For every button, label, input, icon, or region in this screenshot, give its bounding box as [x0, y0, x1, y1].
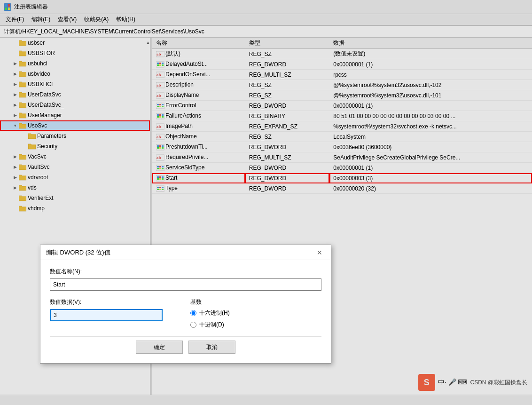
data-input[interactable] — [50, 309, 163, 321]
radio-hex-label[interactable]: 十六进制(H) — [190, 309, 321, 317]
radio-hex[interactable] — [190, 310, 196, 316]
radio-dec-label[interactable]: 十进制(D) — [190, 321, 321, 329]
dialog-body: 数值名称(N): 数值数据(V): 基数 十六进制(H) 十进制(D) — [40, 260, 331, 363]
radio-hex-text: 十六进制(H) — [199, 309, 230, 317]
name-input[interactable] — [50, 278, 321, 291]
dialog-titlebar: 编辑 DWORD (32 位)值 ✕ — [40, 245, 331, 260]
edit-dword-dialog: 编辑 DWORD (32 位)值 ✕ 数值名称(N): 数值数据(V): 基数 … — [40, 245, 331, 364]
dialog-row: 数值数据(V): 基数 十六进制(H) 十进制(D) — [50, 298, 321, 329]
radio-dec[interactable] — [190, 322, 196, 328]
radio-dec-text: 十进制(D) — [199, 321, 224, 329]
dialog-buttons: 确定 取消 — [50, 336, 321, 356]
data-label: 数值数据(V): — [50, 298, 181, 306]
dialog-title: 编辑 DWORD (32 位)值 — [46, 248, 314, 257]
value-group: 数值数据(V): — [50, 298, 181, 329]
base-label: 基数 — [190, 298, 321, 306]
name-label: 数值名称(N): — [50, 268, 321, 276]
ok-button[interactable]: 确定 — [136, 341, 183, 354]
radio-group: 十六进制(H) 十进制(D) — [190, 309, 321, 329]
base-group: 基数 十六进制(H) 十进制(D) — [190, 298, 321, 329]
cancel-button[interactable]: 取消 — [188, 341, 235, 354]
dialog-close-button[interactable]: ✕ — [314, 247, 325, 258]
